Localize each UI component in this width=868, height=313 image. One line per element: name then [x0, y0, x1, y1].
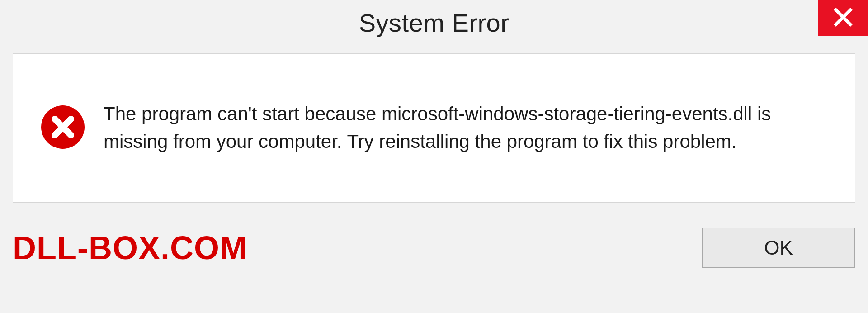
- error-message: The program can't start because microsof…: [104, 100, 809, 156]
- close-button[interactable]: [818, 0, 868, 36]
- bottom-bar: DLL-BOX.COM OK: [13, 216, 855, 280]
- ok-button[interactable]: OK: [702, 228, 855, 268]
- brand-watermark: DLL-BOX.COM: [13, 229, 247, 266]
- error-circle-icon: [40, 104, 85, 152]
- error-dialog: System Error The program can't start bec…: [0, 0, 868, 313]
- ok-button-label: OK: [764, 237, 793, 259]
- title-bar: System Error: [0, 0, 868, 45]
- close-icon: [832, 6, 854, 30]
- content-panel: The program can't start because microsof…: [13, 53, 855, 203]
- dialog-title: System Error: [359, 8, 509, 38]
